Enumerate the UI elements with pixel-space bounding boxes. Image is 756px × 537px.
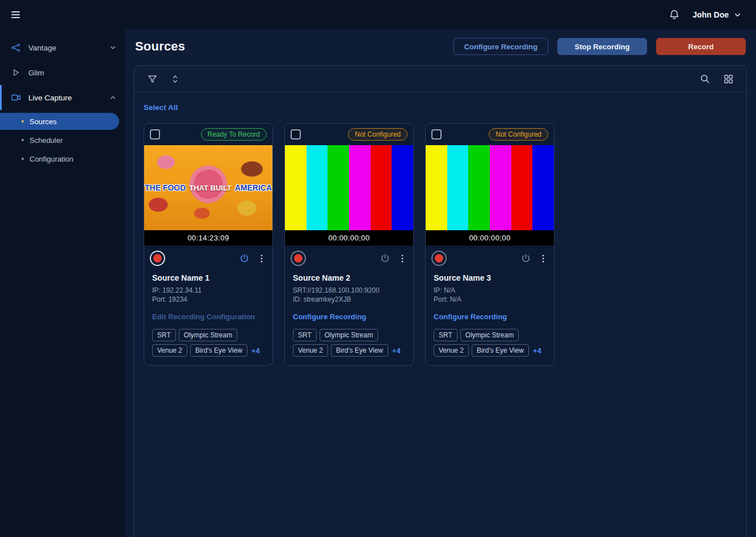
record-toggle-button[interactable] bbox=[150, 251, 165, 266]
more-options-icon[interactable] bbox=[257, 253, 267, 264]
video-thumbnail bbox=[285, 145, 413, 230]
video-thumbnail: THE FOODTHAT BUILTAMERICA bbox=[144, 145, 272, 230]
card-checkbox[interactable] bbox=[150, 129, 160, 139]
sidebar: Vantage Glim Live Capture bbox=[0, 0, 125, 537]
sidebar-item-vantage[interactable]: Vantage bbox=[0, 35, 125, 60]
page-content: Sources Configure Recording Stop Recordi… bbox=[125, 29, 756, 537]
thumbnail-title: THE FOODTHAT BUILTAMERICA bbox=[144, 145, 272, 230]
record-dot-icon bbox=[435, 254, 443, 263]
source-card: Not Configured 00:00:00;00 Source Name 3… bbox=[425, 123, 555, 366]
more-options-icon[interactable] bbox=[538, 253, 548, 264]
more-tags-link[interactable]: +4 bbox=[391, 346, 401, 355]
source-card: Not Configured 00:00:00;00 Source Name 2… bbox=[284, 123, 414, 366]
sidebar-item-configuration[interactable]: Configuration bbox=[0, 150, 119, 167]
source-info-line2: Port: N/A bbox=[434, 295, 546, 304]
menu-icon[interactable] bbox=[10, 9, 21, 20]
source-card-list: Ready To Record THE FOODTHAT BUILTAMERIC… bbox=[135, 112, 746, 375]
colorbar-stripe bbox=[371, 145, 392, 230]
source-info-line2: Port: 19234 bbox=[152, 295, 264, 304]
more-tags-link[interactable]: +4 bbox=[250, 346, 260, 355]
configure-recording-button[interactable]: Configure Recording bbox=[453, 38, 548, 55]
thumbnail-text: AMERICA bbox=[235, 183, 272, 192]
chevron-down-icon bbox=[110, 44, 116, 51]
user-name: John Doe bbox=[692, 10, 729, 19]
sidebar-item-label: Sources bbox=[30, 117, 57, 126]
record-dot-icon bbox=[294, 254, 303, 263]
select-all-row: Select All bbox=[135, 92, 746, 112]
record-dot-icon bbox=[153, 254, 162, 263]
tag-pill: Bird's Eye View bbox=[190, 344, 247, 357]
page-header: Sources Configure Recording Stop Recordi… bbox=[134, 29, 747, 65]
recording-config-link[interactable]: Edit Recording Configuration bbox=[144, 304, 272, 321]
power-icon[interactable] bbox=[239, 253, 250, 264]
source-name: Source Name 1 bbox=[144, 268, 272, 284]
source-name: Source Name 3 bbox=[426, 268, 554, 284]
bullet-icon bbox=[22, 139, 24, 141]
power-icon[interactable] bbox=[380, 253, 390, 264]
recording-config-link[interactable]: Configure Recording bbox=[426, 304, 554, 321]
panel-toolbar bbox=[135, 66, 746, 92]
colorbar-stripe bbox=[511, 145, 533, 230]
colorbar-stripe bbox=[285, 145, 306, 230]
power-icon[interactable] bbox=[520, 253, 531, 264]
source-info: IP: 192.22.34.11 Port: 19234 bbox=[144, 284, 272, 304]
select-all-link[interactable]: Select All bbox=[144, 103, 178, 112]
network-icon bbox=[10, 43, 22, 53]
more-options-icon[interactable] bbox=[397, 253, 408, 264]
video-thumbnail bbox=[426, 145, 554, 230]
filter-icon[interactable] bbox=[147, 74, 158, 84]
tag-pill: SRT bbox=[434, 329, 457, 341]
sidebar-item-label: Vantage bbox=[28, 44, 56, 52]
tag-pill: Bird's Eye View bbox=[331, 344, 388, 357]
source-info-line1: IP: 192.22.34.11 bbox=[152, 286, 264, 295]
search-icon[interactable] bbox=[699, 73, 711, 84]
tag-pill: Venue 2 bbox=[293, 344, 328, 357]
card-controls-right bbox=[520, 253, 548, 264]
more-tags-link[interactable]: +4 bbox=[532, 346, 541, 355]
grid-view-icon[interactable] bbox=[723, 74, 734, 84]
sidebar-header bbox=[0, 0, 125, 29]
colorbar-stripe bbox=[490, 145, 511, 230]
sidebar-item-scheduler[interactable]: Scheduler bbox=[0, 132, 119, 149]
card-header-row: Not Configured bbox=[426, 124, 554, 145]
sidebar-nav: Vantage Glim Live Capture bbox=[0, 29, 125, 174]
toolbar-right bbox=[699, 73, 734, 84]
tag-pill: Olympic Stream bbox=[179, 329, 237, 341]
notifications-bell-icon[interactable] bbox=[669, 9, 680, 20]
main-column: John Doe Sources Configure Recording Sto… bbox=[125, 0, 756, 537]
timecode: 00:00:00;00 bbox=[285, 230, 413, 246]
tag-list: SRTOlympic StreamVenue 2Bird's Eye View+… bbox=[426, 321, 554, 365]
colorbar-stripe bbox=[306, 145, 328, 230]
tag-pill: SRT bbox=[152, 329, 176, 341]
colorbar-stripe bbox=[327, 145, 349, 230]
recording-config-link[interactable]: Configure Recording bbox=[285, 304, 413, 321]
sidebar-item-sources[interactable]: Sources bbox=[0, 113, 119, 130]
sort-icon[interactable] bbox=[170, 74, 180, 84]
tag-list: SRTOlympic StreamVenue 2Bird's Eye View+… bbox=[144, 321, 272, 365]
card-controls bbox=[426, 246, 554, 268]
colorbar-stripe bbox=[426, 145, 447, 230]
record-toggle-button[interactable] bbox=[431, 251, 447, 266]
tag-pill: Venue 2 bbox=[152, 344, 187, 357]
record-toggle-button[interactable] bbox=[291, 251, 306, 266]
play-icon bbox=[10, 68, 22, 77]
card-checkbox[interactable] bbox=[431, 129, 442, 139]
sidebar-item-live-capture[interactable]: Live Capture bbox=[0, 85, 125, 110]
card-checkbox[interactable] bbox=[291, 129, 301, 139]
bullet-icon bbox=[22, 120, 24, 122]
record-button[interactable]: Record bbox=[656, 38, 746, 55]
tag-pill: Olympic Stream bbox=[320, 329, 378, 341]
colorbar-stripe bbox=[349, 145, 371, 230]
colorbar-stripe bbox=[468, 145, 490, 230]
thumbnail-text: THE FOOD bbox=[145, 183, 186, 192]
card-header-row: Not Configured bbox=[285, 124, 413, 145]
user-menu[interactable]: John Doe bbox=[692, 10, 741, 19]
source-card: Ready To Record THE FOODTHAT BUILTAMERIC… bbox=[144, 123, 273, 366]
tag-pill: Bird's Eye View bbox=[472, 344, 529, 357]
sidebar-item-label: Scheduler bbox=[30, 136, 63, 145]
sidebar-item-glim[interactable]: Glim bbox=[0, 60, 125, 85]
source-name: Source Name 2 bbox=[285, 268, 413, 284]
header-actions: Configure Recording Stop Recording Recor… bbox=[453, 38, 746, 55]
tag-pill: SRT bbox=[293, 329, 317, 341]
stop-recording-button[interactable]: Stop Recording bbox=[557, 38, 647, 55]
